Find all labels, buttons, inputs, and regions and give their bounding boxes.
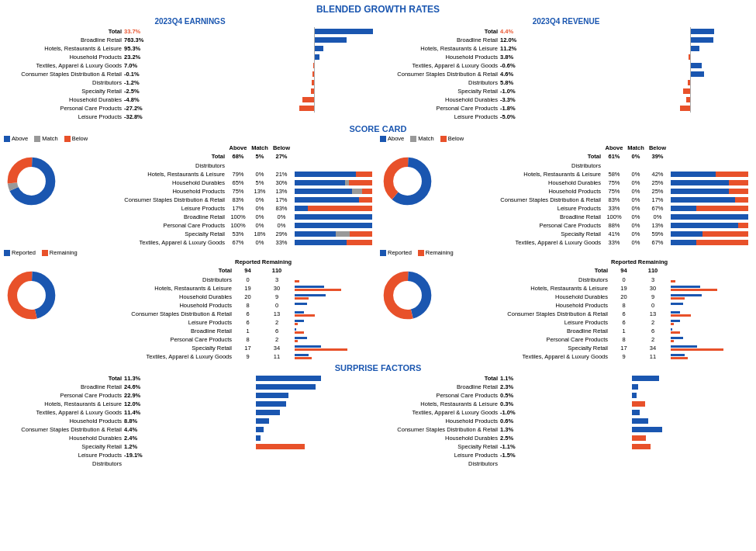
sf-bar-row (256, 434, 376, 442)
rr-revenue-header: Reported Remaining (437, 258, 668, 267)
stack-bar (295, 197, 372, 203)
sc-row-label: Personal Care Products (60, 222, 227, 229)
rr-row-label: Specialty Retail (437, 345, 610, 352)
row-label: Household Durables (4, 96, 124, 103)
rr-rev-remaining-legend: Remaining (418, 249, 454, 256)
rr-row-remaining: 0 (261, 302, 292, 309)
sf-revenue-total-value: 1.1% (500, 375, 527, 382)
below-legend-box (64, 136, 71, 142)
centered-bar-row (632, 36, 752, 44)
sf-revenue-total-label: Total (380, 375, 500, 382)
stack-bar-row (671, 170, 752, 178)
revenue-total-value: 4.4% (500, 28, 527, 35)
sc-row-label: Household Products (437, 188, 603, 195)
sf-revenue-bars (632, 374, 752, 468)
row-value: -5.0% (500, 113, 527, 120)
rr-earnings-legend: Reported Remaining (4, 249, 78, 256)
sc-row-label: Hotels, Restaurants & Leisure (437, 171, 603, 178)
rr-donut-revenue (382, 270, 433, 321)
sc-row-label: Household Durables (60, 179, 227, 186)
stack-bar-row (295, 238, 376, 247)
sf-row-value: 12.0% (124, 400, 151, 407)
rev-below-box (440, 136, 447, 142)
rr-earnings-total: Total 94 110 (60, 267, 292, 276)
table-row: Leisure Products17%0%83% (60, 204, 292, 213)
sc-row-above: 88% (603, 222, 625, 229)
table-row: Household Products80 (60, 301, 292, 310)
list-item: Household Products3.8% (380, 53, 630, 61)
sf-row-value: 8.8% (124, 418, 151, 425)
sc-row-label: Consumer Staples Distribution & Retail (60, 196, 227, 203)
earnings-table: Broadline Retail763.3%Hotels, Restaurant… (4, 36, 254, 121)
table-row: Household Durables209 (60, 293, 292, 301)
list-item: Leisure Products-32.8% (4, 113, 254, 121)
sf-bar-row (256, 383, 376, 391)
sf-earnings-panel: Total 11.3% Broadline Retail24.6%Persona… (4, 374, 376, 468)
header-above: Above (227, 144, 249, 153)
sc-row-match: 0% (249, 222, 271, 229)
sf-revenue-panel: Total 1.1% Broadline Retail2.3%Personal … (380, 374, 752, 468)
rr-row-reported: 6 (234, 310, 261, 317)
row-value: 7.0% (124, 62, 151, 69)
table-row: Distributors (60, 161, 292, 170)
rr-bar-row (671, 310, 752, 318)
sc-row-match: 13% (249, 188, 271, 195)
sc-revenue-legend: Above Match Below (380, 135, 464, 142)
match-label: Match (42, 135, 57, 142)
sc-row-below: 42% (647, 171, 668, 178)
sc-row-below: 25% (647, 188, 668, 195)
centered-bar-row (632, 70, 752, 78)
rr-revenue-legend: Reported Remaining (380, 249, 454, 256)
stack-bar (295, 223, 372, 228)
stack-bar-row (295, 221, 376, 230)
sf-bar-row (632, 434, 752, 442)
sc-row-match: 0% (249, 205, 271, 212)
rr-revenue-bar-vis (671, 276, 752, 361)
centered-bar-row (256, 95, 376, 104)
sc-earnings-header: Above Match Below (60, 144, 292, 153)
rr-revenue-bars (671, 258, 752, 361)
rr-row-remaining: 30 (637, 285, 668, 292)
list-item: Household Products8.8% (4, 417, 254, 425)
rr-row-reported: 17 (234, 345, 261, 352)
row-label: Distributors (4, 79, 124, 86)
centered-bar-row (256, 61, 376, 70)
sf-bar-row (632, 442, 752, 451)
sf-bar-row (256, 391, 376, 400)
list-item: Broadline Retail2.3% (380, 383, 630, 391)
table-row: Household Products80 (437, 301, 668, 310)
row-label: Broadline Retail (4, 36, 124, 43)
row-value: 95.3% (124, 45, 151, 52)
rr-earnings-data-rows: Distributors03Hotels, Restaurants & Leis… (60, 276, 292, 361)
rr-row-label: Leisure Products (437, 319, 610, 326)
row-label: Household Durables (380, 96, 500, 103)
sf-bar-row (632, 425, 752, 434)
sc-row-label: Leisure Products (437, 205, 603, 212)
row-label: Leisure Products (380, 113, 500, 120)
sc-row-label: Personal Care Products (437, 222, 603, 229)
row-label: Textiles, Apparel & Luxury Goods (4, 62, 124, 69)
revenue-total-label: Total (380, 28, 500, 35)
sc-row-match: 0% (249, 213, 271, 220)
sf-bar-row (632, 391, 752, 400)
rr-row-remaining: 9 (261, 293, 292, 300)
sf-earnings-bars (256, 374, 376, 468)
sc-row-below: 13% (647, 222, 668, 229)
sf-bar-row (256, 451, 376, 459)
stack-bar-row (671, 230, 752, 238)
sc-row-below: 59% (647, 230, 668, 237)
reported-label: Reported (12, 249, 36, 256)
row-label: Specialty Retail (380, 88, 500, 95)
sf-bar-row (632, 400, 752, 408)
sc-earnings-table: Above Match Below Total 68% 5% 27% Distr… (60, 144, 292, 247)
sc-row-above: 79% (227, 171, 249, 178)
sf-row-label: Leisure Products (380, 452, 500, 459)
sc-row-label: Broadline Retail (60, 213, 227, 220)
sc-row-match: 0% (625, 179, 647, 186)
rr-row-reported: 17 (610, 345, 637, 352)
table-row: Hotels, Restaurants & Leisure1930 (60, 284, 292, 293)
sf-row-label: Personal Care Products (380, 392, 500, 399)
sf-row-label: Specialty Retail (380, 443, 500, 450)
sf-row-label: Textiles, Apparel & Luxury Goods (380, 409, 500, 416)
sc-revenue-header: Above Match Below (437, 144, 668, 153)
